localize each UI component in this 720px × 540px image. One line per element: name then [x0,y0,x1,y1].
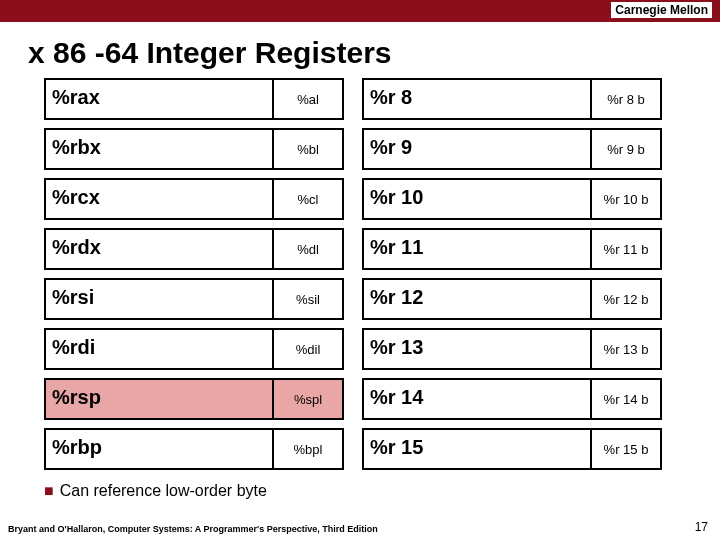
bullet-icon: ■ [44,482,54,499]
reg-name: %r 11 [370,236,423,259]
reg-name: %rax [52,86,100,109]
register-row: %rsp %spl %r 14 %r 14 b [44,378,676,420]
reg-r9: %r 9 %r 9 b [362,128,662,170]
reg-name: %r 15 [370,436,423,459]
reg-r15: %r 15 %r 15 b [362,428,662,470]
reg-name: %rbx [52,136,101,159]
reg-rsp: %rsp %spl [44,378,344,420]
reg-name: %rsi [52,286,94,309]
slide-title: x 86 -64 Integer Registers [0,22,720,78]
reg-name: %r 9 [370,136,412,159]
reg-name: %rdi [52,336,95,359]
reg-rcx: %rcx %cl [44,178,344,220]
register-row: %rbx %bl %r 9 %r 9 b [44,128,676,170]
register-row: %rcx %cl %r 10 %r 10 b [44,178,676,220]
reg-r11: %r 11 %r 11 b [362,228,662,270]
page-number: 17 [695,520,708,534]
reg-name: %rdx [52,236,101,259]
reg-name: %r 13 [370,336,423,359]
reg-sub: %spl [272,380,342,418]
reg-name: %r 12 [370,286,423,309]
reg-sub: %r 13 b [590,330,660,368]
reg-name: %rcx [52,186,100,209]
reg-name: %r 8 [370,86,412,109]
register-row: %rsi %sil %r 12 %r 12 b [44,278,676,320]
reg-rax: %rax %al [44,78,344,120]
reg-name: %r 14 [370,386,423,409]
reg-sub: %r 12 b [590,280,660,318]
reg-r10: %r 10 %r 10 b [362,178,662,220]
reg-r14: %r 14 %r 14 b [362,378,662,420]
footer-book: Bryant and O'Hallaron, Computer Systems:… [8,524,378,534]
reg-sub: %sil [272,280,342,318]
reg-rbx: %rbx %bl [44,128,344,170]
reg-sub: %r 15 b [590,430,660,468]
reg-sub: %r 10 b [590,180,660,218]
institution-label: Carnegie Mellon [611,2,712,18]
reg-rdi: %rdi %dil [44,328,344,370]
reg-r8: %r 8 %r 8 b [362,78,662,120]
topbar: Carnegie Mellon [0,0,720,22]
reg-sub: %dil [272,330,342,368]
register-row: %rax %al %r 8 %r 8 b [44,78,676,120]
reg-rsi: %rsi %sil [44,278,344,320]
reg-sub: %r 11 b [590,230,660,268]
reg-sub: %cl [272,180,342,218]
reg-rdx: %rdx %dl [44,228,344,270]
reg-sub: %r 9 b [590,130,660,168]
register-row: %rdi %dil %r 13 %r 13 b [44,328,676,370]
bullet-item: ■Can reference low-order byte [0,470,720,500]
bullet-text: Can reference low-order byte [60,482,267,499]
reg-name: %rsp [52,386,101,409]
register-row: %rdx %dl %r 11 %r 11 b [44,228,676,270]
reg-rbp: %rbp %bpl [44,428,344,470]
reg-sub: %r 8 b [590,80,660,118]
reg-sub: %bl [272,130,342,168]
reg-r13: %r 13 %r 13 b [362,328,662,370]
slide: Carnegie Mellon x 86 -64 Integer Registe… [0,0,720,540]
reg-r12: %r 12 %r 12 b [362,278,662,320]
reg-sub: %r 14 b [590,380,660,418]
reg-sub: %al [272,80,342,118]
reg-name: %r 10 [370,186,423,209]
register-grid: %rax %al %r 8 %r 8 b %rbx %bl %r 9 %r 9 … [0,78,720,470]
reg-sub: %dl [272,230,342,268]
reg-sub: %bpl [272,430,342,468]
reg-name: %rbp [52,436,102,459]
register-row: %rbp %bpl %r 15 %r 15 b [44,428,676,470]
